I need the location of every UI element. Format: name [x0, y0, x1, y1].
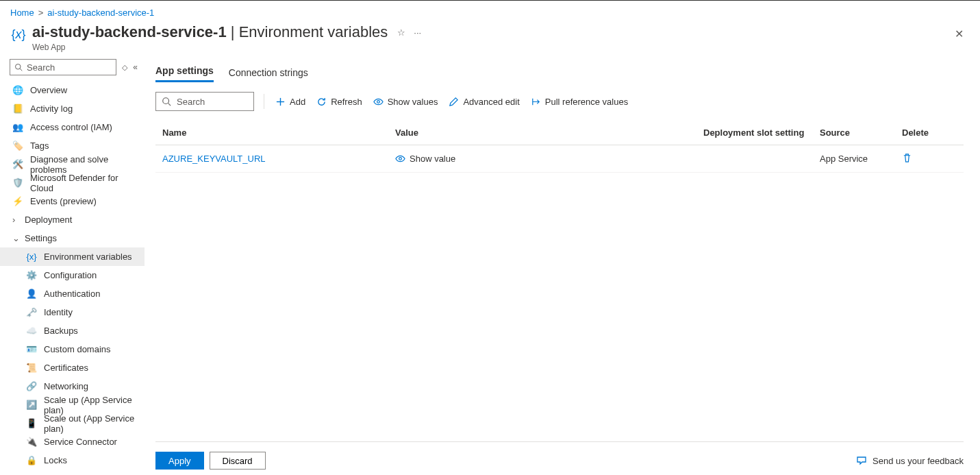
network-icon: 🔗 — [26, 381, 37, 392]
wrench-icon: 🛠️ — [12, 159, 23, 170]
tabs: App settings Connection strings — [155, 59, 980, 82]
col-value[interactable]: Value — [395, 127, 703, 138]
sidebar-item-overview[interactable]: 🌐Overview — [0, 81, 145, 99]
svg-point-6 — [377, 100, 379, 103]
advanced-edit-button[interactable]: Advanced edit — [447, 95, 520, 108]
sidebar-item-diagnose[interactable]: 🛠️Diagnose and solve problems — [0, 155, 145, 173]
show-values-button[interactable]: Show values — [372, 95, 440, 108]
sidebar-item-identity[interactable]: 🗝️Identity — [0, 303, 145, 321]
discard-button[interactable]: Discard — [210, 452, 266, 470]
sidebar-item-backups[interactable]: ☁️Backups — [0, 321, 145, 340]
scaleout-icon: 📱 — [26, 418, 37, 429]
feedback-icon — [856, 455, 867, 466]
more-icon[interactable]: ··· — [414, 27, 421, 38]
sidebar: Search ◇ « 🌐Overview 📒Activity log 👥Acce… — [0, 59, 145, 475]
refresh-button[interactable]: Refresh — [315, 95, 364, 108]
sidebar-search-input[interactable]: Search — [10, 59, 116, 75]
svg-point-0 — [16, 64, 21, 70]
toolbar: Search Add Refresh Show values Advanced … — [155, 82, 980, 117]
close-icon[interactable]: ✕ — [955, 27, 964, 40]
resource-type-label: Web App — [32, 42, 388, 52]
eye-icon — [373, 97, 384, 107]
breadcrumb-home[interactable]: Home — [10, 8, 34, 18]
sidebar-item-tags[interactable]: 🏷️Tags — [0, 136, 145, 155]
delete-button[interactable] — [902, 153, 957, 165]
table-header: Name Value Deployment slot setting Sourc… — [155, 121, 964, 145]
trash-icon — [902, 153, 912, 163]
key-icon: 🗝️ — [26, 307, 37, 318]
globe-icon: 🌐 — [12, 85, 23, 96]
svg-point-7 — [399, 158, 402, 160]
svg-line-3 — [168, 103, 171, 106]
bolt-icon: ⚡ — [12, 196, 23, 207]
cloud-icon: ☁️ — [26, 326, 37, 337]
footer: Apply Discard Send us your feedback — [155, 441, 964, 470]
card-icon: 🪪 — [26, 344, 37, 355]
pull-reference-button[interactable]: Pull reference values — [529, 95, 629, 108]
source-cell: App Service — [820, 154, 902, 164]
toolbar-divider — [264, 94, 264, 109]
sidebar-group-deployment[interactable]: ›Deployment — [0, 210, 145, 229]
svg-point-2 — [163, 98, 169, 104]
chevron-right-icon: › — [12, 215, 19, 225]
sidebar-nav: 🌐Overview 📒Activity log 👥Access control … — [0, 78, 145, 470]
sidebar-item-locks[interactable]: 🔒Locks — [0, 451, 145, 470]
col-delete: Delete — [902, 127, 957, 138]
sidebar-item-configuration[interactable]: ⚙️Configuration — [0, 266, 145, 284]
svg-line-1 — [20, 69, 22, 71]
settings-table: Name Value Deployment slot setting Sourc… — [155, 121, 964, 173]
apply-button[interactable]: Apply — [155, 452, 204, 470]
sidebar-item-environment-variables[interactable]: {x}Environment variables — [0, 247, 145, 266]
sliders-icon: ⚙️ — [26, 270, 37, 281]
tag-icon: 🏷️ — [12, 141, 23, 151]
log-icon: 📒 — [12, 103, 23, 114]
search-icon — [162, 97, 171, 106]
cert-icon: 📜 — [26, 363, 37, 374]
pencil-icon — [449, 97, 459, 107]
chevron-right-icon: > — [38, 8, 44, 18]
brackets-icon: {x} — [10, 26, 27, 42]
connector-icon: 🔌 — [26, 437, 37, 448]
show-value-button[interactable]: Show value — [395, 154, 703, 164]
people-icon: 👥 — [12, 122, 23, 133]
sidebar-item-events[interactable]: ⚡Events (preview) — [0, 192, 145, 210]
sidebar-item-access-control[interactable]: 👥Access control (IAM) — [0, 118, 145, 136]
plus-icon — [275, 97, 286, 107]
search-icon — [14, 63, 23, 71]
sidebar-item-custom-domains[interactable]: 🪪Custom domains — [0, 340, 145, 358]
page-title: ai-study-backend-service-1 | Environment… — [32, 23, 388, 40]
add-button[interactable]: Add — [274, 95, 307, 108]
toolbar-search-input[interactable]: Search — [155, 92, 254, 111]
breadcrumb-current[interactable]: ai-study-backend-service-1 — [47, 8, 154, 18]
pin-icon[interactable]: ☆ — [397, 27, 405, 38]
sidebar-item-certificates[interactable]: 📜Certificates — [0, 358, 145, 377]
col-slot[interactable]: Deployment slot setting — [703, 127, 820, 138]
setting-name-link[interactable]: AZURE_KEYVAULT_URL — [162, 154, 395, 164]
collapse-sidebar-icon[interactable]: « — [133, 62, 138, 72]
sidebar-item-activity-log[interactable]: 📒Activity log — [0, 99, 145, 118]
sidebar-item-networking[interactable]: 🔗Networking — [0, 377, 145, 395]
sidebar-item-service-connector[interactable]: 🔌Service Connector — [0, 433, 145, 451]
col-source[interactable]: Source — [820, 127, 902, 138]
feedback-link[interactable]: Send us your feedback — [856, 455, 964, 466]
breadcrumb: Home > ai-study-backend-service-1 — [0, 0, 980, 22]
eye-icon — [395, 154, 405, 164]
page-header: {x} ai-study-backend-service-1 | Environ… — [0, 22, 980, 59]
shield-icon: 🛡️ — [12, 178, 23, 188]
expand-icon[interactable]: ◇ — [122, 63, 127, 72]
person-icon: 👤 — [26, 289, 37, 300]
sidebar-item-scale-up[interactable]: ↗️Scale up (App Service plan) — [0, 395, 145, 414]
scaleup-icon: ↗️ — [26, 400, 37, 411]
pull-icon — [531, 97, 541, 107]
tab-connection-strings[interactable]: Connection strings — [229, 63, 308, 82]
sidebar-item-scale-out[interactable]: 📱Scale out (App Service plan) — [0, 414, 145, 433]
refresh-icon — [316, 97, 327, 107]
chevron-down-icon: ⌄ — [12, 233, 19, 243]
main-panel: App settings Connection strings Search A… — [145, 59, 980, 475]
tab-app-settings[interactable]: App settings — [155, 61, 214, 82]
sidebar-group-settings[interactable]: ⌄Settings — [0, 229, 145, 247]
sidebar-item-defender[interactable]: 🛡️Microsoft Defender for Cloud — [0, 173, 145, 192]
sidebar-item-authentication[interactable]: 👤Authentication — [0, 284, 145, 303]
col-name[interactable]: Name — [162, 127, 395, 138]
lock-icon: 🔒 — [26, 455, 37, 466]
